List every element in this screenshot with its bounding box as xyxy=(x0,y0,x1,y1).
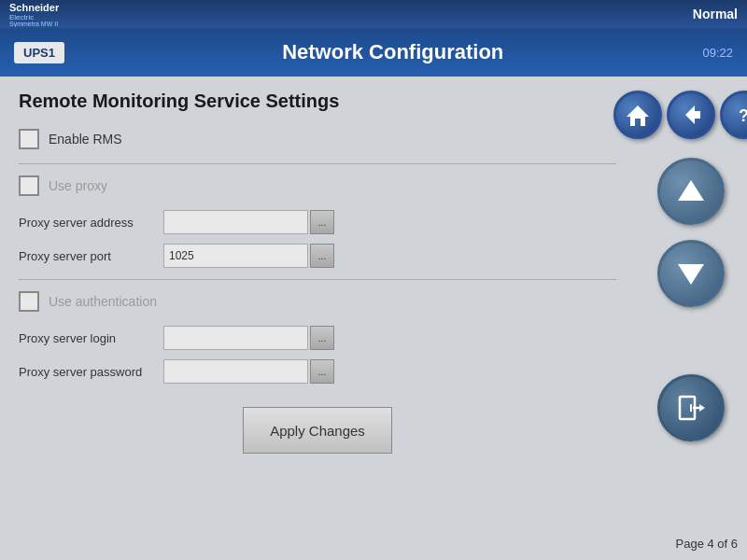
svg-marker-7 xyxy=(678,180,704,201)
schneider-logo: Schneider Electric Symmetra MW II xyxy=(9,1,98,27)
ups-badge: UPS1 xyxy=(14,42,64,63)
enable-rms-label: Enable RMS xyxy=(49,132,122,147)
header-bar: UPS1 Network Configuration 09:22 xyxy=(0,28,747,77)
proxy-login-input[interactable] xyxy=(163,326,308,350)
svg-text:Symmetra MW II: Symmetra MW II xyxy=(9,21,58,27)
svg-marker-5 xyxy=(685,105,700,124)
proxy-login-browse-btn[interactable]: ... xyxy=(310,326,334,350)
proxy-address-row: Proxy server address ... xyxy=(19,210,616,234)
help-button[interactable]: ? xyxy=(720,91,747,139)
home-icon xyxy=(625,102,651,128)
proxy-login-row: Proxy server login ... xyxy=(19,326,616,350)
use-auth-checkbox[interactable] xyxy=(19,291,39,312)
use-auth-label: Use authentication xyxy=(49,294,157,309)
section-title: Remote Monitoring Service Settings xyxy=(19,91,616,112)
scroll-down-button[interactable] xyxy=(657,240,725,307)
exit-button[interactable] xyxy=(657,374,725,441)
use-proxy-label: Use proxy xyxy=(49,178,107,193)
top-bar: Schneider Electric Symmetra MW II Normal xyxy=(0,0,747,28)
main-content: Remote Monitoring Service Settings Enabl… xyxy=(0,77,747,560)
right-panel: ? xyxy=(635,77,747,560)
apply-changes-button[interactable]: Apply Changes xyxy=(243,407,392,454)
use-auth-row: Use authentication xyxy=(19,291,616,312)
enable-rms-checkbox[interactable] xyxy=(19,129,39,149)
enable-rms-row: Enable RMS xyxy=(19,129,616,149)
arrow-down-icon xyxy=(674,257,708,290)
proxy-password-input[interactable] xyxy=(163,359,308,384)
top-nav-buttons: ? xyxy=(613,91,747,139)
proxy-address-input-group: ... xyxy=(163,210,334,234)
svg-marker-12 xyxy=(699,404,705,412)
arrow-up-icon xyxy=(674,175,708,208)
proxy-port-input[interactable] xyxy=(163,244,308,268)
help-icon: ? xyxy=(731,102,747,128)
proxy-password-row: Proxy server password ... xyxy=(19,359,616,384)
proxy-login-label: Proxy server login xyxy=(19,331,163,345)
proxy-port-label: Proxy server port xyxy=(19,249,163,263)
back-icon xyxy=(678,102,704,128)
proxy-address-browse-btn[interactable]: ... xyxy=(310,210,334,234)
svg-text:Schneider: Schneider xyxy=(9,2,60,13)
page-indicator: Page 4 of 6 xyxy=(676,537,739,551)
status-label: Normal xyxy=(693,7,738,21)
proxy-password-browse-btn[interactable]: ... xyxy=(310,359,334,384)
proxy-address-label: Proxy server address xyxy=(19,216,163,230)
svg-rect-9 xyxy=(680,397,695,419)
svg-marker-4 xyxy=(627,105,649,126)
proxy-port-browse-btn[interactable]: ... xyxy=(310,244,334,268)
exit-icon xyxy=(674,391,708,425)
use-proxy-row: Use proxy xyxy=(19,175,616,196)
home-button[interactable] xyxy=(613,91,662,139)
proxy-password-label: Proxy server password xyxy=(19,365,163,379)
proxy-login-input-group: ... xyxy=(163,326,334,350)
proxy-password-input-group: ... xyxy=(163,359,334,384)
back-button[interactable] xyxy=(667,91,715,139)
proxy-port-input-group: ... xyxy=(163,244,334,268)
proxy-port-row: Proxy server port ... xyxy=(19,244,616,268)
use-proxy-checkbox[interactable] xyxy=(19,175,39,196)
divider-1 xyxy=(19,163,616,164)
time-display: 09:22 xyxy=(702,46,733,60)
scroll-up-button[interactable] xyxy=(657,158,725,225)
logo-area: Schneider Electric Symmetra MW II xyxy=(9,1,98,27)
left-panel: Remote Monitoring Service Settings Enabl… xyxy=(0,77,635,560)
proxy-address-input[interactable] xyxy=(163,210,308,234)
divider-2 xyxy=(19,279,616,280)
svg-marker-8 xyxy=(678,264,704,285)
svg-text:?: ? xyxy=(739,106,747,125)
page-title: Network Configuration xyxy=(83,40,702,64)
